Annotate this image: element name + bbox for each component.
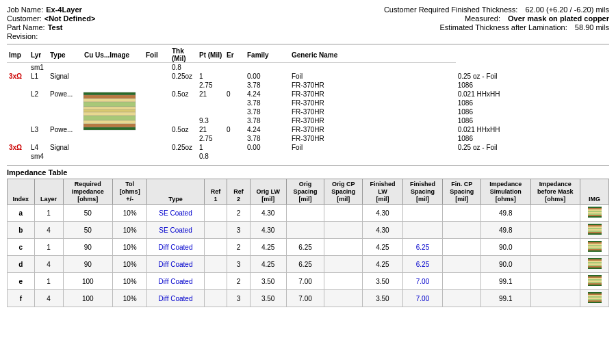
svg-rect-50	[588, 285, 602, 286]
stack-pt: 0	[224, 90, 245, 99]
imp-mask	[530, 205, 580, 222]
imp-orig-lw: 4.25	[250, 256, 286, 273]
stack-er: 4.24	[245, 125, 290, 134]
stack-lyr: L4	[29, 143, 48, 152]
svg-rect-20	[588, 225, 602, 226]
stack-pt	[224, 116, 245, 125]
stack-generic: 0.021 HHxHH	[456, 125, 609, 134]
imp-col-orig-spacing: OrigSpacing[mil]	[286, 179, 324, 205]
imp-ref2: 2	[227, 239, 250, 256]
stack-family: FR-370HR	[290, 107, 456, 116]
imp-img	[580, 256, 609, 273]
imp-col-fin-lw: FinishedLW[mil]	[363, 179, 403, 205]
imp-fin-cp	[443, 239, 481, 256]
stack-er: 3.78	[245, 134, 290, 143]
imp-fin-spacing	[402, 205, 443, 222]
stack-type	[48, 63, 82, 73]
stack-er: 0.00	[245, 72, 290, 81]
imp-fin-cp	[443, 273, 481, 290]
svg-rect-12	[588, 208, 602, 209]
stack-foil	[170, 107, 197, 116]
imp-ref1	[204, 205, 227, 222]
stack-lyr: L2	[29, 90, 48, 99]
imp-tol: 10%	[113, 222, 147, 239]
stack-image	[144, 134, 170, 143]
imp-orig-lw: 4.30	[250, 205, 286, 222]
stack-er	[224, 63, 245, 73]
svg-rect-37	[588, 261, 602, 262]
stack-generic: 1086	[456, 107, 609, 116]
imp-img	[580, 205, 609, 222]
col-image: Cu Us...Image	[82, 47, 144, 63]
stack-pt	[224, 107, 245, 116]
stack-type	[48, 107, 82, 116]
job-name-label: Job Name:	[7, 5, 43, 14]
stack-foil	[170, 134, 197, 143]
svg-rect-29	[588, 244, 602, 245]
col-lyr: Lyr	[29, 47, 48, 63]
stack-family: FR-370HR	[290, 116, 456, 125]
svg-rect-44	[588, 276, 602, 278]
imp-ref2: 2	[227, 205, 250, 222]
divider-1	[7, 44, 609, 44]
imp-col-layer: Layer	[34, 179, 63, 205]
imp-ref1	[204, 256, 227, 273]
imp-img	[580, 273, 609, 290]
stack-image	[144, 99, 170, 107]
stack-imp: 3xΩ	[7, 143, 29, 152]
imp-mask	[530, 273, 580, 290]
stack-foil	[170, 116, 197, 125]
imp-orig-lw: 4.30	[250, 222, 286, 239]
imp-req: 90	[63, 239, 113, 256]
stack-thk: 1	[197, 143, 224, 152]
stack-imp	[7, 107, 29, 116]
imp-ref2: 3	[227, 256, 250, 273]
svg-rect-15	[588, 212, 602, 213]
stack-type: Powe...	[48, 90, 82, 99]
imp-tol: 10%	[113, 290, 147, 307]
col-generic: Generic Name	[290, 47, 456, 63]
svg-rect-55	[588, 298, 602, 299]
stack-generic: 1086	[456, 116, 609, 125]
imp-orig-lw: 3.50	[250, 290, 286, 307]
stack-er: 0.00	[245, 143, 290, 152]
stack-generic: 1086	[456, 134, 609, 143]
stack-foil	[170, 81, 197, 90]
svg-rect-31	[588, 246, 602, 248]
stack-family	[290, 152, 456, 161]
stack-image	[144, 143, 170, 152]
col-foil: Foil	[144, 47, 170, 63]
measured-label: Measured:	[465, 14, 500, 23]
stack-type	[48, 81, 82, 90]
col-thk: Thk (Mil)	[170, 47, 197, 63]
svg-rect-27	[588, 241, 602, 242]
col-er: Er	[224, 47, 245, 63]
svg-rect-28	[588, 242, 602, 244]
stack-lyr	[29, 116, 48, 125]
customer-label: Customer:	[7, 14, 42, 23]
stack-type	[48, 152, 82, 161]
stack-imp	[7, 125, 29, 134]
imp-fin-cp	[443, 256, 481, 273]
svg-rect-24	[588, 231, 602, 232]
stack-lyr	[29, 107, 48, 116]
stack-foil	[170, 152, 197, 161]
imp-col-tol: Tol[ohms]+/-	[113, 179, 147, 205]
imp-orig-spacing	[286, 222, 324, 239]
stack-generic: 1086	[456, 81, 609, 90]
stack-type	[48, 99, 82, 107]
imp-fin-spacing: 6.25	[402, 256, 443, 273]
stack-lyr: sm4	[29, 152, 48, 161]
svg-rect-48	[588, 282, 602, 283]
stack-foil: 0.5oz	[170, 125, 197, 134]
customer-value: <Not Defined>	[44, 14, 96, 23]
svg-rect-53	[588, 295, 602, 296]
imp-fin-lw: 4.25	[363, 256, 403, 273]
svg-rect-52	[588, 294, 602, 295]
divider-2	[7, 165, 609, 166]
imp-sim: 99.1	[481, 273, 531, 290]
svg-rect-46	[588, 279, 602, 281]
svg-rect-0	[84, 92, 136, 95]
imp-ref1	[204, 222, 227, 239]
stack-pt	[224, 81, 245, 90]
